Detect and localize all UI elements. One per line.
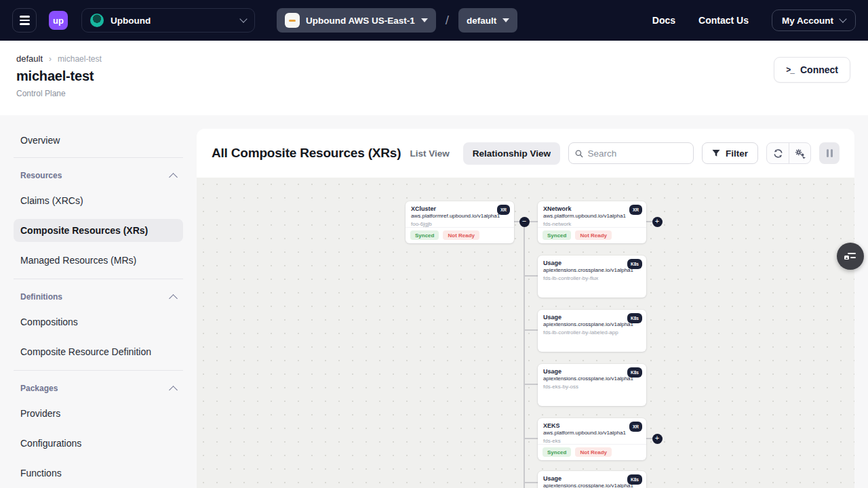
tab-relationship-view[interactable]: Relationship View	[463, 142, 560, 165]
node-kind-label: Usage	[543, 368, 641, 375]
resource-node-usage[interactable]: Usageapiextensions.crossplane.io/v1alpha…	[538, 256, 646, 298]
node-header: Usageapiextensions.crossplane.io/v1alpha…	[538, 256, 646, 281]
hamburger-menu-icon[interactable]	[12, 8, 37, 33]
run-functions-button[interactable]	[789, 143, 810, 163]
top-navbar: up Upbound Upbound AWS US-East-1 / defau…	[0, 0, 868, 41]
tab-list-view[interactable]: List View	[401, 142, 457, 165]
page-subtitle: Control Plane	[16, 89, 852, 98]
sidebar-item-configurations[interactable]: Configurations	[14, 432, 183, 455]
expand-node-button[interactable]: +	[652, 434, 663, 444]
node-resource-name: fds-eks-by-oss	[543, 384, 641, 390]
sidebar-item-compositions[interactable]: Compositions	[14, 310, 183, 333]
sidebar-item-xrd[interactable]: Composite Resource Definition	[14, 340, 183, 363]
node-resource-name: fds-lb-controller-by-labeled-app	[543, 329, 641, 336]
resource-node-usage[interactable]: Usageapiextensions.crossplane.io/v1alpha…	[538, 364, 646, 406]
node-type-badge: XR	[497, 205, 510, 215]
page-header: default › michael-test michael-test Cont…	[0, 41, 868, 115]
org-selector-dropdown[interactable]: Upbound	[81, 8, 255, 33]
node-resource-name: fds-network	[543, 221, 641, 227]
main-title: All Composite Resources (XRs)	[212, 146, 401, 161]
gears-play-icon	[795, 148, 806, 159]
group-label: default	[467, 16, 496, 26]
sidebar-item-providers[interactable]: Providers	[14, 402, 183, 425]
chevron-up-icon[interactable]	[169, 294, 178, 303]
collapse-node-button[interactable]: −	[519, 217, 530, 227]
node-resource-name: fds-lb-controller-by-flux	[543, 275, 641, 281]
search-input-wrapper	[568, 142, 694, 164]
status-badge: Not Ready	[575, 230, 612, 240]
sidebar-section-resources[interactable]: Resources	[14, 163, 183, 188]
sidebar-item-functions[interactable]: Functions	[14, 462, 183, 485]
resource-node-usage[interactable]: Usageapiextensions.crossplane.io/v1alpha…	[538, 310, 646, 352]
node-header: XEKSaws.platform.upbound.io/v1alpha1fds-…	[538, 418, 646, 444]
refresh-button[interactable]	[767, 143, 789, 163]
connect-button-label: Connect	[800, 64, 838, 75]
contact-us-link[interactable]: Contact Us	[698, 15, 749, 26]
legend-toggle-button[interactable]	[837, 243, 864, 270]
node-resource-name: fds-eks	[543, 438, 641, 444]
status-badge: Synced	[542, 230, 571, 240]
section-label: Packages	[20, 384, 58, 393]
node-status-row: SyncedNot Ready	[538, 227, 646, 243]
resource-node-xnetwork[interactable]: XNetworkaws.platform.upbound.io/v1alpha1…	[538, 201, 646, 243]
node-status-row: SyncedNot Ready	[406, 227, 514, 243]
sidebar-item-composite-resources[interactable]: Composite Resources (XRs)	[14, 219, 183, 242]
upbound-logo[interactable]: up	[49, 11, 68, 30]
sidebar-section-packages[interactable]: Packages	[14, 376, 183, 401]
node-api-version: aws.platform.upbound.io/v1alpha1	[543, 213, 641, 219]
sidebar-item-overview[interactable]: Overview	[14, 129, 183, 152]
pause-icon	[831, 149, 833, 157]
search-input[interactable]	[588, 148, 687, 159]
node-type-badge: K8s	[627, 313, 642, 323]
refresh-icon	[773, 148, 783, 159]
expand-node-button[interactable]: +	[652, 217, 663, 227]
org-avatar-icon	[90, 14, 104, 27]
pause-button[interactable]	[819, 142, 840, 164]
node-api-version: aws.platformref.upbound.io/v1alpha1	[411, 213, 509, 219]
sidebar-divider	[14, 279, 183, 279]
node-api-version: apiextensions.crossplane.io/v1alpha1	[543, 375, 641, 382]
docs-link[interactable]: Docs	[652, 15, 675, 26]
graph-actions-group	[766, 142, 811, 164]
node-type-badge: K8s	[627, 259, 642, 269]
node-type-badge: K8s	[627, 474, 642, 485]
node-type-badge: K8s	[627, 367, 642, 378]
sidebar-divider	[14, 157, 183, 158]
search-icon	[575, 149, 583, 158]
chevron-up-icon[interactable]	[169, 173, 178, 182]
sidebar-section-definitions[interactable]: Definitions	[14, 285, 183, 309]
filter-button[interactable]: Filter	[702, 142, 758, 164]
sidebar-item-managed-resources[interactable]: Managed Resources (MRs)	[14, 249, 183, 272]
control-plane-icon	[285, 13, 300, 28]
toolbar: All Composite Resources (XRs) List View …	[197, 129, 854, 178]
group-dropdown[interactable]: default	[458, 8, 517, 33]
filter-funnel-icon	[712, 149, 720, 157]
resource-node-xcluster[interactable]: XClusteraws.platformref.upbound.io/v1alp…	[406, 201, 514, 243]
node-type-badge: XR	[629, 422, 642, 432]
breadcrumb-current: michael-test	[58, 54, 102, 64]
filter-button-label: Filter	[726, 148, 748, 159]
page-title: michael-test	[16, 68, 852, 84]
terminal-icon: >_	[786, 65, 794, 75]
status-badge: Not Ready	[443, 230, 479, 240]
control-plane-label: Upbound AWS US-East-1	[306, 16, 415, 26]
sidebar-item-claims[interactable]: Claims (XRCs)	[14, 189, 183, 212]
my-account-dropdown[interactable]: My Account	[772, 9, 856, 31]
breadcrumb-group[interactable]: default	[16, 54, 43, 64]
chevron-up-icon[interactable]	[169, 386, 178, 394]
relationship-graph-canvas[interactable]: − + + XClusteraws.platformref.upbound.io…	[197, 178, 854, 488]
node-header: XNetworkaws.platform.upbound.io/v1alpha1…	[538, 201, 646, 227]
section-label: Resources	[20, 171, 62, 180]
resource-node-xeks[interactable]: XEKSaws.platform.upbound.io/v1alpha1fds-…	[538, 418, 646, 460]
chevron-down-icon	[239, 15, 247, 22]
caret-down-icon	[421, 18, 428, 22]
connect-button[interactable]: >_ Connect	[774, 57, 850, 83]
node-status-row: SyncedNot Ready	[538, 444, 646, 460]
my-account-label: My Account	[782, 16, 833, 26]
org-selector-label: Upbound	[111, 16, 234, 26]
control-plane-dropdown[interactable]: Upbound AWS US-East-1	[277, 8, 436, 33]
status-badge: Synced	[542, 447, 571, 457]
legend-icon	[844, 251, 857, 262]
resource-node-usage[interactable]: Usageapiextensions.crossplane.io/v1alpha…	[538, 471, 646, 488]
breadcrumb: default › michael-test	[16, 54, 852, 64]
